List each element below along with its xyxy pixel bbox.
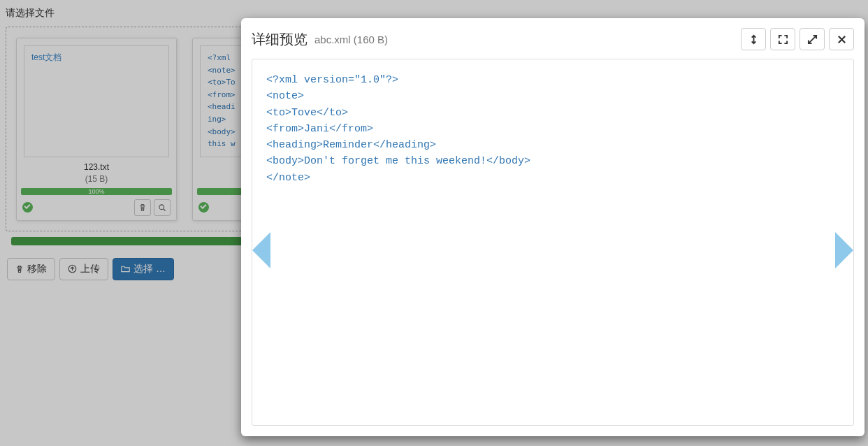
close-button[interactable] — [829, 28, 854, 50]
arrows-vertical-icon — [748, 34, 759, 45]
toggle-header-button[interactable] — [741, 28, 766, 50]
modal-subtitle: abc.xml (160 B) — [314, 34, 388, 45]
fullscreen-icon — [778, 34, 788, 45]
modal-filename: abc.xml — [314, 34, 351, 45]
modal-filesize: (160 B) — [354, 34, 388, 45]
modal-title: 详细预览 — [252, 30, 308, 49]
expand-icon — [807, 34, 818, 45]
file-content[interactable]: <?xml version="1.0"?> <note> <to>Tove</t… — [252, 59, 854, 426]
preview-modal: 详细预览 abc.xml (160 B) <?xml version="1.0"… — [241, 18, 865, 436]
prev-file-button[interactable] — [252, 232, 270, 268]
borderless-button[interactable] — [770, 28, 795, 50]
close-icon — [837, 34, 847, 45]
fullscreen-button[interactable] — [800, 28, 825, 50]
modal-header: 详细预览 abc.xml (160 B) — [241, 18, 865, 59]
modal-body: <?xml version="1.0"?> <note> <to>Tove</t… — [241, 59, 865, 436]
next-file-button[interactable] — [835, 232, 853, 268]
modal-actions — [741, 28, 854, 50]
